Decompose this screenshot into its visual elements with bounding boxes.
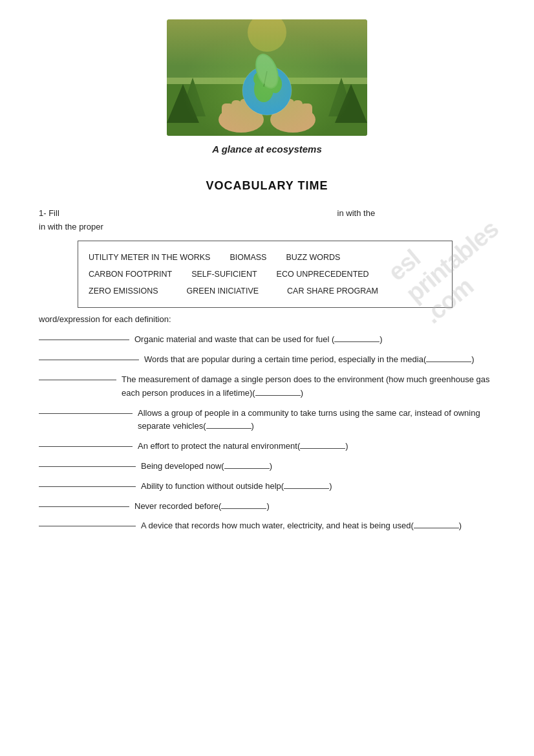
word-2: BIOMASS bbox=[230, 249, 266, 266]
word-4: CARBON FOOTPRINT bbox=[89, 266, 172, 283]
definition-4: Allows a group of people in a community … bbox=[39, 407, 495, 434]
word-1: UTILITY METER IN THE WORKS bbox=[89, 249, 210, 266]
svg-point-25 bbox=[253, 52, 281, 90]
def-text-7: Ability to function without outside help… bbox=[141, 480, 495, 493]
bracket-blank-3 bbox=[255, 395, 301, 396]
svg-point-2 bbox=[248, 19, 286, 52]
svg-point-20 bbox=[269, 75, 282, 93]
definition-1: Organic material and waste that can be u… bbox=[39, 333, 495, 347]
answer-blank-4 bbox=[39, 413, 133, 414]
bracket-blank-2 bbox=[426, 362, 471, 362]
page-header: A glance at ecosystems bbox=[39, 19, 495, 167]
definition-2: Words that are popular during a certain … bbox=[39, 353, 495, 367]
word-9: CAR SHARE PROGRAM bbox=[278, 283, 378, 299]
hero-image bbox=[167, 19, 367, 136]
answer-blank-2 bbox=[39, 360, 139, 360]
subtitle: A glance at ecosystems bbox=[212, 144, 322, 155]
svg-point-23 bbox=[251, 50, 283, 92]
svg-marker-6 bbox=[167, 84, 199, 123]
answer-blank-3 bbox=[39, 380, 116, 380]
instruction-part1: 1- Fill in with the in with the proper bbox=[39, 207, 495, 234]
definition-7: Ability to function without outside help… bbox=[39, 480, 495, 493]
def-text-9: A device that records how much water, el… bbox=[141, 519, 495, 533]
word-6: ECO UNPRECEDENTED bbox=[277, 266, 369, 283]
def-text-3: The measurement of damage a single perso… bbox=[122, 373, 495, 400]
svg-marker-7 bbox=[335, 84, 367, 123]
def-text-5: An effort to protect the natural environ… bbox=[138, 440, 495, 453]
word-8: GREEN INICIATIVE bbox=[178, 283, 259, 299]
word-3: BUZZ WORDS bbox=[286, 249, 340, 266]
svg-point-8 bbox=[219, 107, 264, 133]
svg-rect-17 bbox=[277, 100, 286, 123]
bracket-blank-1 bbox=[334, 341, 379, 342]
svg-point-21 bbox=[253, 72, 264, 85]
svg-marker-5 bbox=[328, 78, 354, 116]
instruction-after: word/expression for each definition: bbox=[39, 314, 495, 324]
svg-rect-12 bbox=[248, 100, 257, 123]
svg-rect-15 bbox=[293, 100, 303, 125]
word-box: UTILITY METER IN THE WORKS BIOMASS BUZZ … bbox=[78, 241, 453, 308]
svg-point-13 bbox=[270, 107, 315, 133]
answer-blank-1 bbox=[39, 340, 129, 340]
svg-rect-1 bbox=[167, 78, 367, 136]
bracket-blank-5 bbox=[300, 448, 345, 449]
word-7: ZERO EMISSIONS bbox=[89, 283, 158, 299]
svg-point-22 bbox=[242, 66, 292, 115]
word-box-row-1: UTILITY METER IN THE WORKS BIOMASS BUZZ … bbox=[89, 249, 442, 266]
def-text-1: Organic material and waste that can be u… bbox=[134, 333, 495, 347]
definition-8: Never recorded before() bbox=[39, 500, 495, 513]
def-text-6: Being developed now() bbox=[141, 460, 495, 473]
answer-blank-8 bbox=[39, 506, 129, 507]
svg-rect-11 bbox=[240, 99, 249, 123]
def-text-4: Allows a group of people in a community … bbox=[138, 407, 495, 434]
svg-marker-4 bbox=[180, 78, 206, 116]
definitions-section: Organic material and waste that can be u… bbox=[39, 333, 495, 533]
def-text-8: Never recorded before() bbox=[134, 500, 495, 513]
svg-rect-16 bbox=[285, 99, 294, 123]
bracket-blank-8 bbox=[221, 508, 266, 509]
definition-6: Being developed now() bbox=[39, 460, 495, 473]
svg-rect-10 bbox=[231, 100, 241, 125]
svg-point-18 bbox=[242, 66, 292, 115]
svg-rect-9 bbox=[222, 103, 233, 126]
bracket-blank-7 bbox=[284, 488, 329, 489]
definition-5: An effort to protect the natural environ… bbox=[39, 440, 495, 453]
svg-point-19 bbox=[254, 76, 273, 102]
def-text-2: Words that are popular during a certain … bbox=[144, 353, 495, 367]
answer-blank-6 bbox=[39, 466, 136, 467]
bracket-blank-6 bbox=[224, 468, 270, 469]
definition-9: A device that records how much water, el… bbox=[39, 519, 495, 533]
svg-rect-14 bbox=[301, 103, 312, 126]
bracket-blank-4 bbox=[206, 428, 251, 429]
svg-rect-0 bbox=[167, 19, 367, 136]
answer-blank-7 bbox=[39, 486, 136, 487]
word-5: SELF-SUFICIENT bbox=[191, 266, 257, 283]
bracket-blank-9 bbox=[414, 528, 459, 528]
word-box-row-3: ZERO EMISSIONS GREEN INICIATIVE CAR SHAR… bbox=[89, 283, 442, 299]
answer-blank-9 bbox=[39, 526, 136, 526]
svg-rect-3 bbox=[167, 84, 367, 136]
word-box-row-2: CARBON FOOTPRINT SELF-SUFICIENT ECO UNPR… bbox=[89, 266, 442, 283]
definition-3: The measurement of damage a single perso… bbox=[39, 373, 495, 400]
svg-line-24 bbox=[264, 71, 267, 87]
vocab-title: VOCABULARY TIME bbox=[39, 179, 495, 193]
answer-blank-5 bbox=[39, 446, 133, 447]
